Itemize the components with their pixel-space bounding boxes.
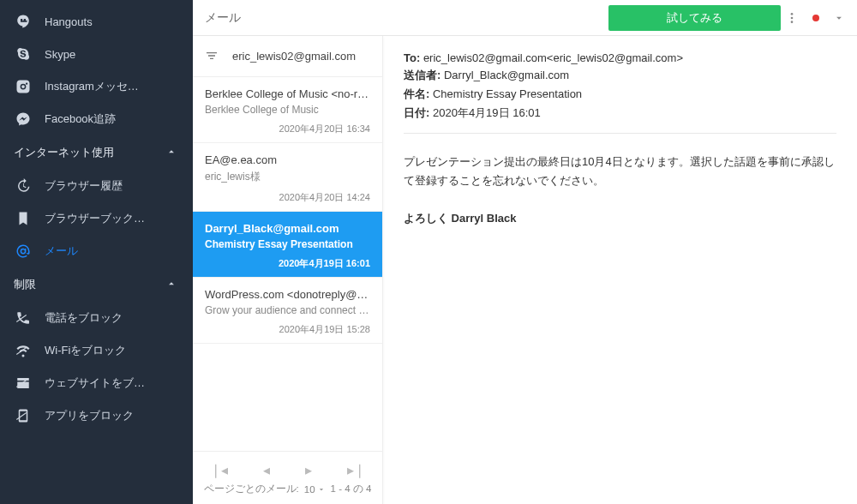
topbar: メール 試してみる: [193, 0, 857, 36]
main-area: メール 試してみる eric_lewis02@gmail.com Berklee…: [193, 0, 857, 504]
sidebar-item-block-website[interactable]: ウェブサイトをブ…: [0, 367, 193, 399]
pager-next-button[interactable]: ▸: [305, 462, 312, 478]
sidebar-item-block-wifi[interactable]: Wi-Fiをブロック: [0, 334, 193, 367]
red-dot-icon: [812, 15, 819, 21]
hangouts-icon: [14, 12, 33, 31]
sidebar-item-label: Instagramメッセ…: [45, 79, 139, 94]
meta-subject: 件名: Chemistry Essay Presentation: [404, 87, 836, 102]
sidebar-item-label: Facebook追跡: [45, 111, 116, 127]
sidebar-item-label: 電話をブロック: [45, 310, 123, 326]
pager-per-value: 10: [304, 484, 315, 495]
svg-point-1: [791, 16, 794, 19]
mail-list-item[interactable]: Berklee College of Music <no-repl… Berkl…: [193, 77, 382, 143]
meta-to: To: eric_lewis02@gmail.com<eric_lewis02@…: [404, 51, 836, 64]
pager-last-button[interactable]: ▸❘: [347, 462, 365, 478]
mail-from: EA@e.ea.com: [205, 153, 370, 166]
sidebar-item-facebook[interactable]: Facebook追跡: [0, 103, 193, 135]
svg-point-0: [791, 13, 794, 15]
mail-date: 2020年4月19日 15:28: [205, 323, 370, 336]
try-it-button[interactable]: 試してみる: [608, 5, 781, 31]
meta-from-label: 送信者:: [404, 69, 440, 81]
mail-from: Berklee College of Music <no-repl…: [205, 87, 370, 100]
sidebar-item-instagram[interactable]: Instagramメッセ…: [0, 70, 193, 103]
more-menu-button[interactable]: [785, 11, 799, 25]
meta-date-label: 日付:: [404, 106, 429, 119]
bookmark-icon: [14, 209, 33, 228]
wifi-blocked-icon: [14, 341, 33, 360]
sidebar-item-hangouts[interactable]: Hangouts: [0, 5, 193, 38]
page-title: メール: [205, 10, 241, 26]
mail-date: 2020年4月19日 16:01: [205, 257, 370, 270]
instagram-icon: [14, 77, 33, 96]
browser-blocked-icon: [14, 374, 33, 393]
skype-icon: [14, 45, 33, 63]
mail-signature: よろしく Darryl Black: [404, 211, 836, 226]
sidebar-item-label: ブラウザーブック…: [45, 211, 145, 226]
mail-date: 2020年4月20日 16:34: [205, 123, 370, 135]
mail-list-item[interactable]: WordPress.com <donotreply@e0.… Grow your…: [193, 278, 382, 344]
mail-list-pane: eric_lewis02@gmail.com Berklee College o…: [193, 36, 383, 504]
mail-subject: eric_lewis様: [205, 170, 370, 184]
svg-point-2: [791, 21, 794, 23]
meta-to-label: To:: [404, 51, 420, 64]
sidebar-item-label: Wi-Fiをブロック: [45, 343, 126, 358]
section-restrictions[interactable]: 制限: [0, 267, 193, 302]
meta-date: 日付: 2020年4月19日 16:01: [404, 105, 836, 121]
mail-list-item-selected[interactable]: Darryl_Black@gmail.com Chemistry Essay P…: [193, 212, 382, 278]
list-header[interactable]: eric_lewis02@gmail.com: [193, 36, 382, 77]
sidebar-item-browser-history[interactable]: ブラウザー履歴: [0, 170, 193, 202]
sidebar-item-label: Hangouts: [45, 15, 93, 28]
pager-prev-button[interactable]: ◂: [263, 462, 270, 478]
sidebar-item-label: メール: [45, 243, 78, 259]
mail-subject: Berklee College of Music: [205, 104, 370, 116]
meta-from-value: Darryl_Black@gmail.com: [444, 69, 569, 81]
meta-subject-label: 件名:: [404, 87, 429, 100]
filter-icon: [205, 49, 220, 64]
meta-from: 送信者: Darryl_Black@gmail.com: [404, 68, 836, 83]
mail-date: 2020年4月20日 14:24: [205, 191, 370, 204]
phone-blocked-icon: [14, 309, 33, 327]
sidebar-item-block-phone[interactable]: 電話をブロック: [0, 302, 193, 334]
reading-pane: To: eric_lewis02@gmail.com<eric_lewis02@…: [383, 36, 857, 504]
sidebar: Hangouts Skype Instagramメッセ… Facebook追跡 …: [0, 0, 193, 504]
mail-subject: Chemistry Essay Presentation: [205, 238, 370, 250]
sidebar-item-mail[interactable]: メール: [0, 235, 193, 267]
meta-to-value: eric_lewis02@gmail.com<eric_lewis02@gmai…: [423, 51, 683, 64]
section-internet-usage[interactable]: インターネット使用: [0, 135, 193, 170]
sidebar-item-label: ブラウザー履歴: [45, 178, 123, 194]
app-blocked-icon: [14, 406, 33, 425]
chevron-up-icon: [165, 278, 179, 291]
mail-from: WordPress.com <donotreply@e0.…: [205, 288, 370, 301]
mail-from: Darryl_Black@gmail.com: [205, 222, 370, 235]
sidebar-item-browser-bookmarks[interactable]: ブラウザーブック…: [0, 202, 193, 235]
sidebar-item-label: アプリをブロック: [45, 408, 134, 423]
pager-per-dropdown[interactable]: 10: [304, 484, 326, 495]
history-icon: [14, 177, 33, 195]
facebook-messenger-icon: [14, 110, 33, 129]
section-label: 制限: [14, 277, 36, 292]
pager: ❘◂ ◂ ▸ ▸❘ ページごとのメール: 10 1 - 4 の 4: [193, 451, 382, 504]
section-label: インターネット使用: [14, 145, 114, 160]
content-split: eric_lewis02@gmail.com Berklee College o…: [193, 36, 857, 504]
sidebar-item-label: Skype: [45, 48, 75, 61]
chevron-up-icon: [165, 146, 179, 159]
at-icon: [14, 242, 33, 261]
expand-button[interactable]: [833, 12, 845, 24]
pager-per-label: ページごとのメール:: [204, 483, 299, 495]
sidebar-item-block-app[interactable]: アプリをブロック: [0, 399, 193, 432]
mail-list-item[interactable]: EA@e.ea.com eric_lewis様 2020年4月20日 14:24: [193, 143, 382, 212]
meta-date-value: 2020年4月19日 16:01: [433, 106, 541, 119]
pager-first-button[interactable]: ❘◂: [210, 462, 228, 478]
sidebar-item-skype[interactable]: Skype: [0, 38, 193, 70]
mail-body: プレゼンテーション提出の最終日は10月4日となります。選択した話題を事前に承認し…: [404, 153, 836, 190]
caret-down-icon: [317, 485, 326, 494]
pager-range: 1 - 4 の 4: [331, 483, 372, 495]
mail-subject: Grow your audience and connect with …: [205, 304, 370, 316]
meta-subject-value: Chemistry Essay Presentation: [433, 87, 582, 100]
divider: [404, 133, 836, 134]
account-email: eric_lewis02@gmail.com: [232, 50, 356, 63]
sidebar-item-label: ウェブサイトをブ…: [45, 375, 145, 391]
status-indicator[interactable]: [812, 15, 819, 21]
